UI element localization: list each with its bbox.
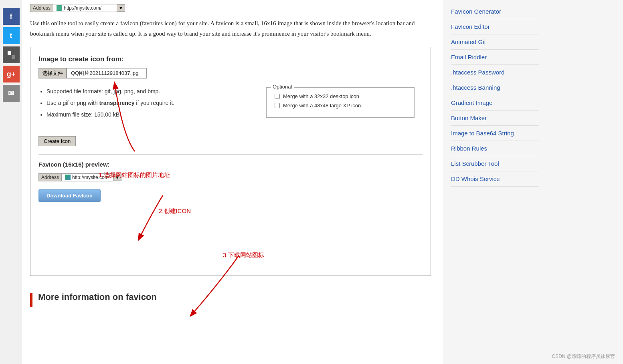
more-info-section: More information on favicon [30, 288, 431, 307]
gplus-button[interactable]: g+ [3, 66, 20, 82]
checkbox-32x32[interactable] [275, 94, 280, 99]
annotation-1: 1.选择网站图标的图片地址 [99, 171, 170, 179]
preview-favicon-icon [65, 175, 71, 180]
checkbox-row-2: Merge with a 48x48 large XP icon. [275, 103, 406, 109]
tool-box: Image to create icon from: 选择文件 QQ图片2021… [30, 47, 431, 276]
sidebar-link-animated-gif[interactable]: Animated Gif [451, 34, 539, 50]
email-button[interactable]: ✉ [3, 85, 20, 102]
share-icon [6, 50, 16, 60]
more-info-heading: More information on favicon [38, 292, 157, 302]
preview-title: FavIcon (16x16) preview: [38, 161, 423, 168]
preview-address-label: Address [38, 173, 61, 181]
sidebar-link-htaccess-banning[interactable]: .htaccess Banning [451, 80, 539, 95]
sidebar-link-favicon-generator[interactable]: FavIcon Generator [451, 4, 539, 19]
sidebar-link-htaccess-password[interactable]: .htaccess Password [451, 65, 539, 80]
tool-title: Image to create icon from: [38, 55, 423, 63]
right-sidebar: FavIcon Generator FavIcon Editor Animate… [443, 0, 547, 364]
sidebar-link-list-scrubber[interactable]: List Scrubber Tool [451, 156, 539, 171]
favicon-icon [57, 5, 62, 11]
sidebar-link-image-base64[interactable]: Image to Base64 String [451, 126, 539, 141]
annotation-2: 2.创建ICON [159, 207, 191, 215]
svg-rect-0 [8, 51, 11, 55]
checkbox-48x48-label: Merge with a 48x48 large XP icon. [283, 103, 362, 109]
preview-section: FavIcon (16x16) preview: Address http://… [38, 161, 423, 202]
sidebar-link-gradient-image[interactable]: Gradient Image [451, 95, 539, 111]
sidebar-link-dd-whois[interactable]: DD Whois Service [451, 171, 539, 187]
svg-rect-1 [12, 55, 15, 59]
sidebar-link-ribbon-rules[interactable]: Ribbon Rules [451, 141, 539, 156]
social-bar: f t g+ ✉ [0, 0, 22, 364]
address-value: http://mysite.com/ [64, 5, 101, 11]
annotation-3: 3.下载网站图标 [223, 251, 264, 259]
facebook-button[interactable]: f [3, 8, 20, 25]
more-info-bar [30, 293, 32, 307]
checkbox-row-1: Merge with a 32x32 desktop icon. [275, 93, 406, 99]
section-divider [38, 154, 423, 155]
csdn-watermark: CSDN @嗦嗦的程序员钛尿官 [552, 353, 615, 360]
download-favicon-button[interactable]: Download FavIcon [38, 189, 101, 202]
optional-box: Optional Merge with a 32x32 desktop icon… [266, 87, 415, 118]
file-input-row: 选择文件 QQ图片20211129184037.jpg [38, 68, 423, 78]
sidebar-link-button-maker[interactable]: Button Maker [451, 111, 539, 126]
main-content: Address http://mysite.com/ ▼ Use this on… [22, 0, 443, 364]
sidebar-link-favicon-editor[interactable]: FavIcon Editor [451, 19, 539, 34]
twitter-button[interactable]: t [3, 27, 20, 44]
description-text: Use this online tool to easily create a … [30, 18, 431, 39]
download-area: Download FavIcon [38, 189, 423, 202]
optional-legend: Optional [271, 84, 294, 90]
choose-file-button[interactable]: 选择文件 [38, 68, 67, 78]
checkbox-48x48[interactable] [275, 103, 280, 108]
file-name-display: QQ图片20211129184037.jpg [67, 68, 147, 78]
address-bar: Address http://mysite.com/ ▼ [30, 4, 431, 12]
create-icon-area: Create Icon [38, 132, 423, 146]
sidebar-link-email-riddler[interactable]: Email Riddler [451, 50, 539, 65]
create-icon-button[interactable]: Create Icon [38, 136, 76, 146]
address-dropdown-btn[interactable]: ▼ [117, 4, 125, 12]
share-button[interactable] [3, 46, 20, 63]
checkbox-32x32-label: Merge with a 32x32 desktop icon. [283, 93, 361, 99]
address-label: Address [30, 4, 53, 12]
